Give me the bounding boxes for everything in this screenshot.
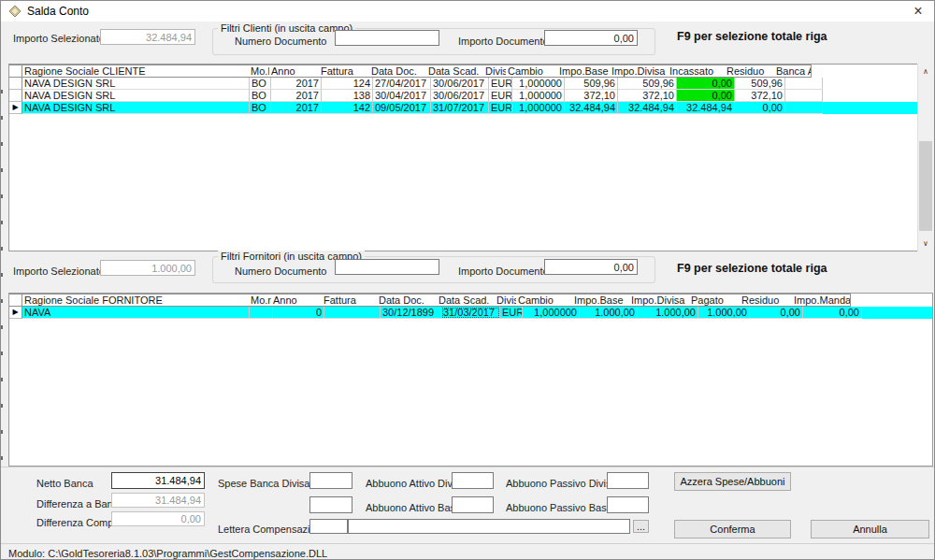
table-cell[interactable]: 124 bbox=[322, 78, 373, 90]
table-cell[interactable]: 32.484,94 bbox=[677, 102, 735, 114]
lettera-compensazione-text-field[interactable] bbox=[348, 519, 630, 534]
column-header[interactable]: Banca Ant. bbox=[774, 65, 812, 78]
table-cell[interactable]: 0,00 bbox=[677, 90, 735, 102]
table-cell[interactable]: 30/12/1899 bbox=[381, 307, 441, 319]
conferma-button[interactable]: Conferma bbox=[674, 520, 791, 538]
column-header[interactable]: Fattura bbox=[322, 294, 378, 307]
scroll-thumb[interactable] bbox=[919, 141, 932, 231]
fornitori-importo-documento-field[interactable] bbox=[544, 259, 638, 275]
table-cell[interactable]: EUR bbox=[500, 307, 523, 319]
table-cell[interactable]: 372,10 bbox=[735, 90, 785, 102]
clienti-importo-documento-field[interactable] bbox=[544, 30, 638, 46]
table-cell[interactable]: 27/04/2017 bbox=[373, 78, 431, 90]
table-cell[interactable]: EUR bbox=[489, 90, 512, 102]
column-header[interactable]: Anno bbox=[271, 294, 323, 307]
column-header[interactable]: Residuo bbox=[740, 294, 793, 307]
table-cell[interactable]: 1,000000 bbox=[512, 90, 565, 102]
table-cell[interactable]: 30/04/2017 bbox=[373, 90, 431, 102]
column-header[interactable]: Cambio bbox=[506, 65, 558, 78]
azzera-spese-abbuoni-button[interactable]: Azzera Spese/Abbuoni bbox=[674, 472, 791, 491]
column-header[interactable]: Divisa bbox=[483, 65, 507, 78]
column-header[interactable]: Mo.re bbox=[249, 294, 272, 307]
column-header[interactable]: Ragione Sociale FORNITORE bbox=[22, 294, 250, 307]
close-icon[interactable]: × bbox=[902, 1, 934, 22]
table-cell[interactable]: 1.000,00 bbox=[580, 307, 638, 319]
table-cell[interactable]: NAVA bbox=[22, 307, 250, 319]
table-cell[interactable] bbox=[785, 78, 823, 90]
column-header[interactable]: Anno bbox=[269, 65, 320, 78]
column-header[interactable]: Impo.Base bbox=[557, 65, 611, 78]
abbuono-passivo-base-field[interactable] bbox=[607, 496, 649, 513]
table-cell[interactable]: NAVA DESIGN SRL bbox=[22, 102, 250, 114]
abbuono-attivo-divisa-field[interactable] bbox=[452, 472, 494, 489]
column-header[interactable]: Data Doc. bbox=[369, 65, 427, 78]
scroll-up-icon[interactable]: ∧ bbox=[918, 65, 933, 79]
column-header[interactable]: Data Scad. bbox=[426, 65, 484, 78]
table-cell[interactable]: 2017 bbox=[271, 90, 322, 102]
table-cell[interactable]: 509,96 bbox=[618, 78, 677, 90]
fornitori-importo-selezionato-field[interactable] bbox=[100, 260, 195, 276]
table-row[interactable]: NAVA DESIGN SRLBO201713830/04/201730/06/… bbox=[9, 90, 932, 102]
column-header[interactable]: Mo.I. bbox=[249, 65, 270, 78]
table-cell[interactable]: 0,00 bbox=[735, 102, 785, 114]
table-cell[interactable]: 1,000000 bbox=[523, 307, 580, 319]
table-cell[interactable]: 31/03/2017 bbox=[441, 307, 500, 319]
lettera-compensazione-code-field[interactable] bbox=[309, 519, 348, 534]
column-header[interactable]: Ragione Sociale CLIENTE bbox=[22, 65, 250, 78]
table-cell[interactable]: BO bbox=[250, 102, 271, 114]
annulla-button[interactable]: Annulla bbox=[811, 520, 929, 538]
table-cell[interactable]: 09/05/2017 bbox=[373, 102, 431, 114]
table-cell[interactable]: 142 bbox=[322, 102, 373, 114]
table-cell[interactable]: 0 bbox=[273, 307, 324, 319]
spese-banca-divisa-field[interactable] bbox=[309, 472, 352, 489]
column-header[interactable]: Fattura bbox=[319, 65, 370, 78]
column-header[interactable]: Impo.Divisa bbox=[629, 294, 690, 307]
table-cell[interactable]: 0,00 bbox=[677, 78, 735, 90]
column-header[interactable]: Pagato bbox=[689, 294, 741, 307]
table-cell[interactable]: 30/06/2017 bbox=[431, 78, 489, 90]
column-header[interactable]: Data Doc. bbox=[377, 294, 438, 307]
table-cell[interactable]: 372,10 bbox=[618, 90, 677, 102]
table-row[interactable]: NAVA DESIGN SRLBO201712427/04/201730/06/… bbox=[9, 78, 932, 90]
table-cell[interactable]: 509,96 bbox=[735, 78, 785, 90]
table-cell[interactable]: 1.000,00 bbox=[638, 307, 698, 319]
scroll-down-icon[interactable]: ∨ bbox=[918, 237, 933, 251]
table-cell[interactable]: 1.000,00 bbox=[698, 307, 750, 319]
table-cell[interactable]: BO bbox=[250, 90, 271, 102]
table-row[interactable]: ▶NAVA DESIGN SRLBO201714209/05/201731/07… bbox=[9, 102, 932, 114]
column-header[interactable]: Impo.Divisa bbox=[610, 65, 669, 78]
column-header[interactable]: Cambio bbox=[516, 294, 573, 307]
table-cell[interactable]: 31/07/2017 bbox=[431, 102, 489, 114]
table-cell[interactable]: 2017 bbox=[271, 102, 322, 114]
table-cell[interactable]: 509,96 bbox=[565, 78, 618, 90]
table-cell[interactable]: 32.484,94 bbox=[618, 102, 677, 114]
spese-banca-base-field[interactable] bbox=[309, 496, 352, 513]
differenza-compensazione-field[interactable] bbox=[111, 511, 205, 526]
table-cell[interactable]: 30/06/2017 bbox=[431, 90, 489, 102]
abbuono-passivo-divisa-field[interactable] bbox=[607, 472, 649, 489]
column-header[interactable]: Divisa bbox=[495, 294, 517, 307]
table-cell[interactable]: 1,000000 bbox=[512, 102, 565, 114]
table-cell[interactable]: BO bbox=[250, 78, 271, 90]
table-cell[interactable] bbox=[785, 90, 823, 102]
table-cell[interactable]: 1,000000 bbox=[512, 78, 565, 90]
differenza-banca-field[interactable] bbox=[111, 493, 205, 508]
column-header[interactable]: Impo.Base bbox=[572, 294, 630, 307]
table-cell[interactable] bbox=[785, 102, 823, 114]
table-cell[interactable]: NAVA DESIGN SRL bbox=[22, 90, 250, 102]
table-cell[interactable]: 2017 bbox=[271, 78, 322, 90]
table-cell[interactable]: 372,10 bbox=[565, 90, 618, 102]
column-header[interactable]: Residuo bbox=[725, 65, 775, 78]
table-cell[interactable]: EUR bbox=[489, 102, 512, 114]
table-cell[interactable]: EUR bbox=[489, 78, 512, 90]
clienti-numero-documento-field[interactable] bbox=[335, 30, 439, 46]
fornitori-numero-documento-field[interactable] bbox=[335, 259, 439, 275]
table-cell[interactable] bbox=[324, 307, 381, 319]
clienti-grid-scrollbar[interactable]: ∧ ∨ bbox=[917, 64, 934, 251]
table-cell[interactable]: 138 bbox=[322, 90, 373, 102]
column-header[interactable]: Data Scad. bbox=[437, 294, 496, 307]
table-cell[interactable]: 0,00 bbox=[803, 307, 862, 319]
table-cell[interactable]: 0,00 bbox=[750, 307, 803, 319]
table-cell[interactable]: NAVA DESIGN SRL bbox=[22, 78, 250, 90]
table-cell[interactable] bbox=[250, 307, 273, 319]
